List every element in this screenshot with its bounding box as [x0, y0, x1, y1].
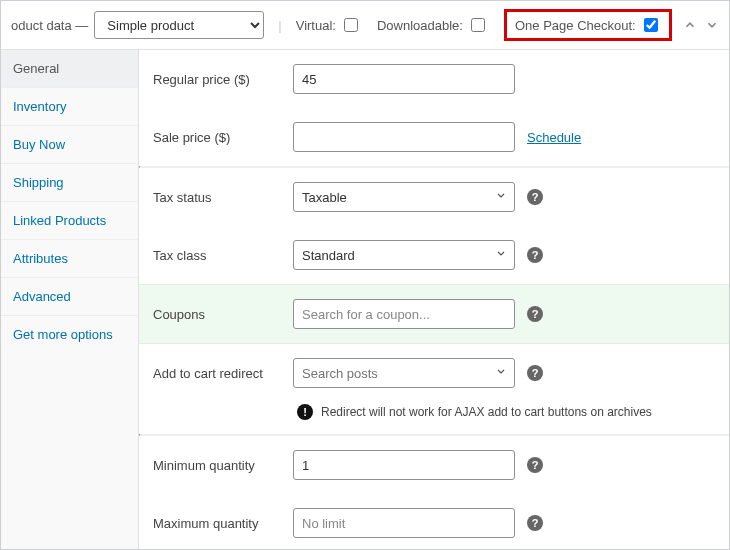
downloadable-label: Downloadable: [377, 18, 463, 33]
tax-status-row: Tax status Taxable ? [139, 168, 729, 226]
sale-price-label: Sale price ($) [153, 130, 283, 145]
tab-label: Attributes [13, 251, 68, 266]
expand-icon[interactable] [705, 18, 719, 32]
opc-checkbox-wrap[interactable]: One Page Checkout: [515, 15, 661, 35]
help-icon[interactable]: ? [527, 515, 543, 531]
tab-linked-products[interactable]: Linked Products [1, 202, 138, 240]
max-qty-label: Maximum quantity [153, 516, 283, 531]
product-type-select[interactable]: Simple product [94, 11, 264, 39]
tab-label: Inventory [13, 99, 66, 114]
tab-label: Get more options [13, 327, 113, 342]
tab-get-more-options[interactable]: Get more options [1, 316, 138, 353]
tax-status-label: Tax status [153, 190, 283, 205]
help-icon[interactable]: ? [527, 306, 543, 322]
panel-header: oduct data — Simple product | Virtual: D… [1, 1, 729, 50]
tab-label: Advanced [13, 289, 71, 304]
regular-price-input[interactable] [293, 64, 515, 94]
help-icon[interactable]: ? [527, 247, 543, 263]
regular-price-row: Regular price ($) [139, 50, 729, 108]
help-icon[interactable]: ? [527, 189, 543, 205]
regular-price-label: Regular price ($) [153, 72, 283, 87]
tab-attributes[interactable]: Attributes [1, 240, 138, 278]
min-qty-input[interactable] [293, 450, 515, 480]
downloadable-checkbox[interactable] [471, 18, 485, 32]
info-icon: ! [297, 404, 313, 420]
panel-body: General Inventory Buy Now Shipping Linke… [1, 50, 729, 549]
product-data-tabs: General Inventory Buy Now Shipping Linke… [1, 50, 139, 549]
min-qty-label: Minimum quantity [153, 458, 283, 473]
collapse-icon[interactable] [683, 18, 697, 32]
help-icon[interactable]: ? [527, 457, 543, 473]
coupons-search-input[interactable] [293, 299, 515, 329]
sale-price-input[interactable] [293, 122, 515, 152]
minimum-quantity-row: Minimum quantity ? [139, 436, 729, 494]
opc-checkbox[interactable] [644, 18, 658, 32]
tax-class-row: Tax class Standard ? [139, 226, 729, 284]
header-separator: | [278, 18, 281, 33]
tax-status-select[interactable]: Taxable [293, 182, 515, 212]
tab-label: Shipping [13, 175, 64, 190]
maximum-quantity-row: Maximum quantity ? [139, 494, 729, 549]
help-icon[interactable]: ? [527, 365, 543, 381]
coupons-row: Coupons ? [139, 284, 729, 344]
downloadable-checkbox-wrap[interactable]: Downloadable: [377, 15, 488, 35]
tab-general[interactable]: General [1, 50, 138, 88]
tab-shipping[interactable]: Shipping [1, 164, 138, 202]
virtual-checkbox-wrap[interactable]: Virtual: [296, 15, 361, 35]
virtual-label: Virtual: [296, 18, 336, 33]
product-data-panel: oduct data — Simple product | Virtual: D… [0, 0, 730, 550]
add-to-cart-redirect-input[interactable] [293, 358, 515, 388]
tab-advanced[interactable]: Advanced [1, 278, 138, 316]
virtual-checkbox[interactable] [344, 18, 358, 32]
tax-class-label: Tax class [153, 248, 283, 263]
tab-label: Linked Products [13, 213, 106, 228]
tab-label: General [13, 61, 59, 76]
tax-class-select[interactable]: Standard [293, 240, 515, 270]
tab-inventory[interactable]: Inventory [1, 88, 138, 126]
general-tab-content: Regular price ($) Sale price ($) Schedul… [139, 50, 729, 549]
redirect-notice-text: Redirect will not work for AJAX add to c… [321, 405, 652, 419]
redirect-notice-row: ! Redirect will not work for AJAX add to… [139, 402, 729, 434]
schedule-link[interactable]: Schedule [527, 130, 581, 145]
panel-title: oduct data — [11, 18, 88, 33]
tab-label: Buy Now [13, 137, 65, 152]
tab-buy-now[interactable]: Buy Now [1, 126, 138, 164]
coupons-label: Coupons [153, 307, 283, 322]
add-to-cart-redirect-row: Add to cart redirect ? [139, 344, 729, 402]
opc-label: One Page Checkout: [515, 18, 636, 33]
one-page-checkout-highlight: One Page Checkout: [504, 9, 672, 41]
add-to-cart-label: Add to cart redirect [153, 366, 283, 381]
max-qty-input[interactable] [293, 508, 515, 538]
panel-header-controls [683, 18, 719, 32]
sale-price-row: Sale price ($) Schedule [139, 108, 729, 166]
